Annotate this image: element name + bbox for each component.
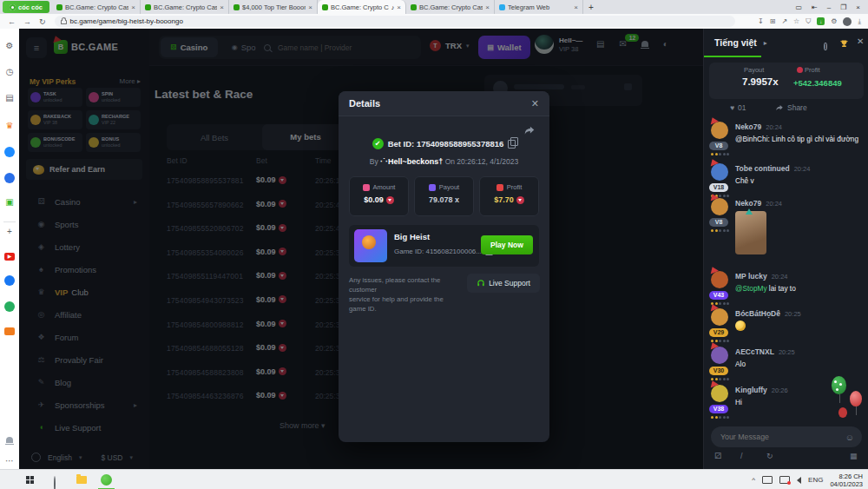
bet-author-row: By ·˙·Hell~beckons† On 20:26:12, 4/1/202…: [339, 157, 549, 166]
reload-icon[interactable]: ↻: [39, 17, 46, 26]
modal-close-icon[interactable]: ✕: [531, 98, 539, 109]
tab-close-icon[interactable]: ×: [220, 3, 224, 11]
save-page-icon[interactable]: ↧: [758, 17, 764, 25]
copy-icon[interactable]: [508, 140, 516, 149]
settings-gear-icon[interactable]: ⚙: [0, 41, 19, 50]
dice-roll-icon[interactable]: ⚂: [714, 452, 721, 460]
verified-check-icon: ✔: [372, 138, 384, 149]
add-shortcut-icon[interactable]: +: [0, 227, 19, 236]
start-button-icon[interactable]: [26, 476, 34, 484]
notification-tray-icon[interactable]: [779, 476, 790, 484]
zalo-icon[interactable]: [4, 173, 15, 183]
bet-details-modal: Details ✕ ✔ Bet ID: 1754098588955378816 …: [339, 91, 549, 442]
game-thumbnail[interactable]: [354, 229, 387, 262]
browser-profile-avatar[interactable]: [843, 17, 852, 26]
tab-label: $4,000 Top Tier Booongo M: [242, 3, 306, 11]
tab-close-icon[interactable]: ×: [131, 3, 135, 11]
tab-audio-icon[interactable]: ♪: [391, 4, 395, 10]
window-close-icon[interactable]: ×: [856, 3, 860, 11]
youtube-icon[interactable]: ▶: [4, 253, 15, 261]
new-tab-button[interactable]: +: [583, 0, 599, 14]
window-minimize-icon[interactable]: –: [827, 3, 831, 11]
chat-input[interactable]: ☺: [711, 426, 862, 447]
tab-label: BC.Game: Crypto Casino: [331, 3, 389, 11]
browser-tab[interactable]: BC.Game: Crypto Casino ♪ ×: [318, 0, 406, 14]
window-maximize-icon[interactable]: ❐: [840, 3, 846, 11]
coccoc-brand-label: cốc cốc: [18, 3, 43, 11]
emoji-picker-icon[interactable]: ☺: [845, 433, 854, 442]
vip-level-badge: V38: [709, 405, 728, 413]
avatar[interactable]: [711, 163, 728, 181]
slash-command-icon[interactable]: /: [740, 452, 743, 460]
tab-close-icon[interactable]: ×: [485, 3, 490, 11]
notifications-bell-icon[interactable]: [0, 435, 19, 445]
play-now-button[interactable]: Play Now: [481, 235, 533, 254]
lock-icon[interactable]: [61, 20, 67, 24]
gamepad-icon[interactable]: ▣: [0, 197, 19, 207]
chat-messages: Neko7920:24 V8 @BinhChi: Linh cô tip gì …: [704, 29, 868, 469]
file-explorer-icon[interactable]: [76, 476, 87, 484]
url-text[interactable]: bc.game/game/big-heist-by-booongo: [70, 17, 183, 25]
stat-box: Amount $0.09: [349, 176, 409, 216]
browser-tab[interactable]: BC.Game: Crypto Casino Ga ×: [52, 0, 141, 14]
display-tray-icon[interactable]: [762, 476, 773, 484]
gif-keyboard-icon[interactable]: ▦: [850, 452, 858, 460]
avatar[interactable]: [711, 385, 728, 402]
green-app-icon[interactable]: [4, 301, 15, 312]
back-icon[interactable]: ←: [8, 17, 16, 26]
clock[interactable]: 8:26 CH 04/01/2023: [830, 472, 863, 488]
taskbar-search-icon[interactable]: [54, 477, 56, 489]
adblock-icon[interactable]: ⛉: [806, 17, 811, 26]
reading-list-icon[interactable]: ▤: [0, 93, 19, 102]
tray-expand-icon[interactable]: ^: [752, 476, 755, 484]
green-balloon-decoration: [832, 376, 846, 394]
download-extension-icon[interactable]: ↓: [817, 17, 825, 25]
coccoc-brand[interactable]: cốc cốc: [3, 1, 49, 13]
addressbar-icons: ↧ ⊞ ↗ ☆ ⛉ ↓ ⚙ ⤓: [758, 17, 868, 26]
share-icon[interactable]: ↗: [781, 17, 787, 25]
coccoc-taskbar-icon[interactable]: [101, 474, 112, 486]
messenger-icon[interactable]: [4, 147, 15, 157]
bet-id-value: Bet ID: 1754098588955378816: [388, 139, 504, 149]
history-clock-icon[interactable]: ◷: [0, 67, 19, 76]
extensions-icon[interactable]: ⚙: [831, 17, 837, 25]
tab-close-icon[interactable]: ×: [308, 3, 312, 11]
cart-icon[interactable]: [4, 327, 15, 335]
headset-icon: [477, 279, 485, 287]
browser-tab[interactable]: $4,000 Top Tier Booongo M ×: [229, 0, 318, 14]
forward-icon[interactable]: →: [23, 17, 31, 26]
tab-label: BC.Game: Crypto Casino Ga: [419, 3, 483, 11]
facebook-icon[interactable]: [4, 275, 15, 286]
translate-icon[interactable]: ⊞: [770, 17, 776, 25]
browser-extra-icon[interactable]: ⇤: [812, 3, 818, 11]
keyboard-language[interactable]: ENG: [808, 476, 823, 484]
more-options-icon[interactable]: ⋯: [0, 456, 19, 466]
avatar[interactable]: [711, 198, 728, 215]
avatar[interactable]: [711, 122, 728, 139]
rail-divider: [3, 221, 16, 222]
url-box[interactable]: bc.game/game/big-heist-by-booongo: [55, 16, 735, 27]
game-name: Big Heist: [394, 232, 430, 241]
emoji-face-icon: [735, 320, 746, 331]
coccoc-logo-icon: [10, 4, 16, 10]
avatar[interactable]: [711, 308, 728, 326]
downloads-tray-icon[interactable]: ⤓: [858, 17, 861, 26]
browser-tab[interactable]: BC.Game: Crypto Casino Ga ×: [406, 0, 495, 14]
tab-close-icon[interactable]: ×: [397, 3, 401, 11]
chat-image[interactable]: [735, 211, 766, 254]
avatar[interactable]: [711, 271, 728, 288]
bet-author-name[interactable]: ·˙·Hell~beckons†: [380, 157, 443, 166]
coin-drop-icon[interactable]: ↻: [766, 452, 773, 460]
live-support-button[interactable]: Live Support: [467, 274, 540, 293]
volume-icon[interactable]: [797, 477, 801, 484]
avatar[interactable]: [711, 347, 728, 364]
browser-tab[interactable]: Telegram Web ×: [495, 0, 583, 14]
stat-icon: [429, 184, 436, 191]
crown-icon[interactable]: ♛: [0, 121, 19, 130]
tab-close-icon[interactable]: ×: [574, 3, 578, 11]
browser-tab[interactable]: BC.Game: Crypto Casino Ga ×: [141, 0, 229, 14]
small-red-balloon-decoration: [838, 407, 847, 418]
tab-search-icon[interactable]: ▭: [795, 3, 802, 11]
bookmark-star-icon[interactable]: ☆: [793, 17, 799, 25]
chat-message-input[interactable]: [719, 432, 845, 442]
